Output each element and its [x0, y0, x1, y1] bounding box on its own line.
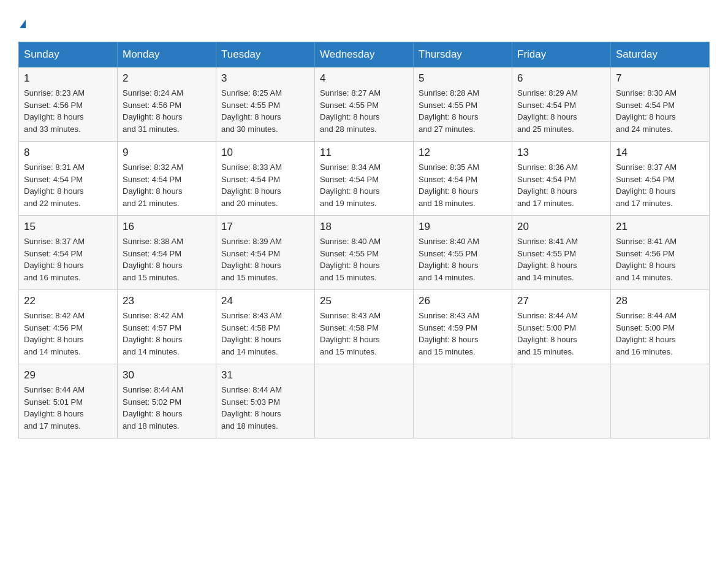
calendar-cell: 2 Sunrise: 8:24 AM Sunset: 4:56 PM Dayli…: [118, 67, 216, 142]
day-info: Sunrise: 8:40 AM Sunset: 4:55 PM Dayligh…: [320, 236, 408, 283]
calendar-cell: 5 Sunrise: 8:28 AM Sunset: 4:55 PM Dayli…: [414, 67, 512, 142]
week-row-1: 1 Sunrise: 8:23 AM Sunset: 4:56 PM Dayli…: [19, 67, 710, 142]
header-friday: Friday: [512, 42, 611, 67]
header-wednesday: Wednesday: [315, 42, 414, 67]
header-thursday: Thursday: [414, 42, 512, 67]
day-number: 10: [221, 147, 309, 159]
day-info: Sunrise: 8:42 AM Sunset: 4:57 PM Dayligh…: [123, 310, 211, 358]
day-info: Sunrise: 8:29 AM Sunset: 4:54 PM Dayligh…: [517, 87, 605, 135]
calendar-cell: 8 Sunrise: 8:31 AM Sunset: 4:54 PM Dayli…: [19, 142, 118, 216]
day-info: Sunrise: 8:35 AM Sunset: 4:54 PM Dayligh…: [419, 161, 507, 209]
day-number: 21: [616, 221, 704, 233]
calendar-cell: [414, 364, 512, 439]
calendar-cell: 28 Sunrise: 8:44 AM Sunset: 5:00 PM Dayl…: [611, 290, 710, 364]
header-monday: Monday: [118, 42, 216, 67]
day-info: Sunrise: 8:43 AM Sunset: 4:58 PM Dayligh…: [221, 310, 309, 358]
day-number: 28: [616, 295, 704, 307]
calendar-cell: [512, 364, 611, 439]
day-number: 8: [24, 147, 112, 159]
day-number: 5: [419, 72, 507, 85]
calendar-cell: 1 Sunrise: 8:23 AM Sunset: 4:56 PM Dayli…: [19, 67, 118, 142]
calendar-cell: 25 Sunrise: 8:43 AM Sunset: 4:58 PM Dayl…: [315, 290, 414, 364]
header-sunday: Sunday: [19, 42, 118, 67]
calendar-table: SundayMondayTuesdayWednesdayThursdayFrid…: [18, 42, 710, 439]
calendar-cell: 18 Sunrise: 8:40 AM Sunset: 4:55 PM Dayl…: [315, 216, 414, 290]
day-info: Sunrise: 8:44 AM Sunset: 5:03 PM Dayligh…: [221, 384, 309, 432]
calendar-cell: 6 Sunrise: 8:29 AM Sunset: 4:54 PM Dayli…: [512, 67, 611, 142]
day-number: 4: [320, 72, 408, 85]
day-number: 6: [517, 72, 605, 85]
week-row-5: 29 Sunrise: 8:44 AM Sunset: 5:01 PM Dayl…: [19, 364, 710, 439]
day-info: Sunrise: 8:31 AM Sunset: 4:54 PM Dayligh…: [24, 161, 112, 209]
calendar-cell: 12 Sunrise: 8:35 AM Sunset: 4:54 PM Dayl…: [414, 142, 512, 216]
day-number: 31: [221, 369, 309, 381]
logo-top: [18, 12, 26, 29]
day-number: 23: [123, 295, 211, 307]
calendar-cell: 7 Sunrise: 8:30 AM Sunset: 4:54 PM Dayli…: [611, 67, 710, 142]
day-number: 25: [320, 295, 408, 307]
day-number: 20: [517, 221, 605, 233]
calendar-cell: 23 Sunrise: 8:42 AM Sunset: 4:57 PM Dayl…: [118, 290, 216, 364]
day-info: Sunrise: 8:27 AM Sunset: 4:55 PM Dayligh…: [320, 87, 408, 135]
calendar-cell: 31 Sunrise: 8:44 AM Sunset: 5:03 PM Dayl…: [216, 364, 315, 439]
day-info: Sunrise: 8:25 AM Sunset: 4:55 PM Dayligh…: [221, 87, 309, 135]
day-info: Sunrise: 8:42 AM Sunset: 4:56 PM Dayligh…: [24, 310, 112, 358]
day-number: 12: [419, 147, 507, 159]
day-number: 17: [221, 221, 309, 233]
week-row-2: 8 Sunrise: 8:31 AM Sunset: 4:54 PM Dayli…: [19, 142, 710, 216]
day-number: 14: [616, 147, 704, 159]
day-info: Sunrise: 8:30 AM Sunset: 4:54 PM Dayligh…: [616, 87, 704, 135]
calendar-cell: 22 Sunrise: 8:42 AM Sunset: 4:56 PM Dayl…: [19, 290, 118, 364]
day-number: 27: [517, 295, 605, 307]
day-info: Sunrise: 8:33 AM Sunset: 4:54 PM Dayligh…: [221, 161, 309, 209]
calendar-cell: 10 Sunrise: 8:33 AM Sunset: 4:54 PM Dayl…: [216, 142, 315, 216]
week-row-3: 15 Sunrise: 8:37 AM Sunset: 4:54 PM Dayl…: [19, 216, 710, 290]
day-number: 30: [123, 369, 211, 381]
calendar-cell: 14 Sunrise: 8:37 AM Sunset: 4:54 PM Dayl…: [611, 142, 710, 216]
day-number: 3: [221, 72, 309, 85]
day-info: Sunrise: 8:37 AM Sunset: 4:54 PM Dayligh…: [616, 161, 704, 209]
logo: [18, 12, 26, 29]
day-number: 9: [123, 147, 211, 159]
calendar-cell: 24 Sunrise: 8:43 AM Sunset: 4:58 PM Dayl…: [216, 290, 315, 364]
calendar-cell: 30 Sunrise: 8:44 AM Sunset: 5:02 PM Dayl…: [118, 364, 216, 439]
day-info: Sunrise: 8:24 AM Sunset: 4:56 PM Dayligh…: [123, 87, 211, 135]
calendar-cell: 11 Sunrise: 8:34 AM Sunset: 4:54 PM Dayl…: [315, 142, 414, 216]
day-number: 2: [123, 72, 211, 85]
day-info: Sunrise: 8:43 AM Sunset: 4:58 PM Dayligh…: [320, 310, 408, 358]
day-info: Sunrise: 8:40 AM Sunset: 4:55 PM Dayligh…: [419, 236, 507, 283]
calendar-cell: [611, 364, 710, 439]
calendar-header-row: SundayMondayTuesdayWednesdayThursdayFrid…: [19, 42, 710, 67]
day-info: Sunrise: 8:44 AM Sunset: 5:02 PM Dayligh…: [123, 384, 211, 432]
day-number: 29: [24, 369, 112, 381]
header-saturday: Saturday: [611, 42, 710, 67]
calendar-cell: [315, 364, 414, 439]
calendar-cell: 19 Sunrise: 8:40 AM Sunset: 4:55 PM Dayl…: [414, 216, 512, 290]
day-number: 18: [320, 221, 408, 233]
day-info: Sunrise: 8:41 AM Sunset: 4:56 PM Dayligh…: [616, 236, 704, 283]
calendar-cell: 3 Sunrise: 8:25 AM Sunset: 4:55 PM Dayli…: [216, 67, 315, 142]
day-number: 13: [517, 147, 605, 159]
day-info: Sunrise: 8:28 AM Sunset: 4:55 PM Dayligh…: [419, 87, 507, 135]
day-number: 7: [616, 72, 704, 85]
calendar-cell: 29 Sunrise: 8:44 AM Sunset: 5:01 PM Dayl…: [19, 364, 118, 439]
day-info: Sunrise: 8:44 AM Sunset: 5:00 PM Dayligh…: [517, 310, 605, 358]
page-header: [18, 12, 710, 29]
day-number: 16: [123, 221, 211, 233]
day-info: Sunrise: 8:38 AM Sunset: 4:54 PM Dayligh…: [123, 236, 211, 283]
day-info: Sunrise: 8:44 AM Sunset: 5:00 PM Dayligh…: [616, 310, 704, 358]
day-info: Sunrise: 8:23 AM Sunset: 4:56 PM Dayligh…: [24, 87, 112, 135]
day-number: 11: [320, 147, 408, 159]
day-info: Sunrise: 8:41 AM Sunset: 4:55 PM Dayligh…: [517, 236, 605, 283]
calendar-cell: 16 Sunrise: 8:38 AM Sunset: 4:54 PM Dayl…: [118, 216, 216, 290]
day-number: 15: [24, 221, 112, 233]
calendar-cell: 13 Sunrise: 8:36 AM Sunset: 4:54 PM Dayl…: [512, 142, 611, 216]
day-number: 26: [419, 295, 507, 307]
calendar-cell: 9 Sunrise: 8:32 AM Sunset: 4:54 PM Dayli…: [118, 142, 216, 216]
calendar-cell: 17 Sunrise: 8:39 AM Sunset: 4:54 PM Dayl…: [216, 216, 315, 290]
calendar-cell: 15 Sunrise: 8:37 AM Sunset: 4:54 PM Dayl…: [19, 216, 118, 290]
day-number: 1: [24, 72, 112, 85]
day-info: Sunrise: 8:34 AM Sunset: 4:54 PM Dayligh…: [320, 161, 408, 209]
calendar-cell: 20 Sunrise: 8:41 AM Sunset: 4:55 PM Dayl…: [512, 216, 611, 290]
calendar-cell: 4 Sunrise: 8:27 AM Sunset: 4:55 PM Dayli…: [315, 67, 414, 142]
